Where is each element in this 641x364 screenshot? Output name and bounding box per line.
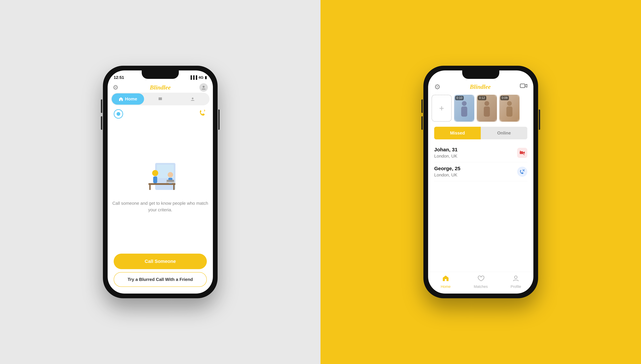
action-bar <box>108 105 213 121</box>
call-name-2: George, 25 <box>434 166 460 172</box>
svg-point-3 <box>161 98 161 99</box>
story-thumb-1[interactable]: 0:10 <box>454 95 474 122</box>
right-panel: ⚙ Blindlee + <box>320 0 641 364</box>
blurred-call-button[interactable]: Try a Blurred Call With a Friend <box>114 272 207 287</box>
svg-point-4 <box>192 98 193 99</box>
illustration-svg <box>135 158 186 195</box>
target-icon[interactable] <box>114 109 123 119</box>
story-time-3: 0:09 <box>500 96 509 100</box>
profile-avatar-icon[interactable] <box>199 83 208 92</box>
left-panel: 12:51 ▐▐▐ 4G ▮ ⚙ Blindlee <box>0 0 320 364</box>
right-app-title: Blindlee <box>470 83 491 90</box>
filter-tabs: Missed Online <box>434 127 527 139</box>
story-time-1: 0:10 <box>455 96 464 100</box>
svg-point-10 <box>152 170 158 176</box>
svg-point-1 <box>159 98 160 99</box>
svg-rect-22 <box>506 106 512 116</box>
network-type: 4G <box>199 75 203 80</box>
main-tab-bar: Home <box>111 93 209 105</box>
tab-home[interactable]: Home <box>112 93 144 105</box>
story-thumb-2[interactable]: 0:12 <box>477 95 497 122</box>
phone-call-icon[interactable] <box>198 109 207 119</box>
phone-right: ⚙ Blindlee + <box>423 66 538 298</box>
add-story-icon: + <box>439 103 444 113</box>
right-nav-bar: ⚙ Blindlee <box>428 80 533 93</box>
home-tab-icon <box>442 275 449 284</box>
svg-rect-18 <box>461 106 467 116</box>
bottom-tab-matches[interactable]: Matches <box>463 275 498 289</box>
power-button-r <box>539 110 540 130</box>
svg-rect-9 <box>173 185 175 190</box>
call-item-2[interactable]: George, 25 London, UK <box>434 162 527 181</box>
volume-up-button-r <box>421 100 423 113</box>
matches-tab-icon <box>477 275 484 284</box>
tab-messages[interactable] <box>144 93 176 105</box>
add-story-thumb[interactable]: + <box>432 95 452 122</box>
bottom-tab-matches-label: Matches <box>474 284 488 289</box>
profile-tab-icon <box>512 275 519 284</box>
tab-home-label: Home <box>125 96 137 102</box>
right-video-icon[interactable] <box>520 82 527 91</box>
bottom-tab-profile[interactable]: Profile <box>498 275 533 289</box>
svg-point-27 <box>514 276 517 278</box>
stories-row: + 0:10 <box>428 93 533 125</box>
filter-missed-tab[interactable]: Missed <box>434 127 481 139</box>
phone-screen-left: 12:51 ▐▐▐ 4G ▮ ⚙ Blindlee <box>108 70 213 294</box>
story-thumb-3[interactable]: 0:09 <box>499 95 520 122</box>
power-button <box>218 110 220 130</box>
signal-bars-icon: ▐▐▐ <box>189 75 197 80</box>
svg-rect-15 <box>167 180 174 182</box>
svg-point-17 <box>462 101 467 106</box>
call-info-2: George, 25 London, UK <box>434 166 460 178</box>
svg-point-2 <box>160 98 161 99</box>
right-gear-icon[interactable]: ⚙ <box>434 83 441 91</box>
call-location-2: London, UK <box>434 172 460 178</box>
call-name-1: Johan, 31 <box>434 147 457 152</box>
svg-point-0 <box>203 86 205 88</box>
svg-rect-11 <box>153 176 157 183</box>
notch-left <box>142 70 179 79</box>
missed-icon-2[interactable] <box>517 167 527 177</box>
story-time-2: 0:12 <box>478 96 486 100</box>
illustration-area: Call someone and get to know people who … <box>108 121 213 250</box>
illustration-text: Call someone and get to know people who … <box>111 200 209 213</box>
app-title-left: Blindlee <box>150 84 171 91</box>
volume-down-button-r <box>421 116 423 130</box>
bottom-tab-bar: Home Matches <box>428 272 533 294</box>
left-nav-bar: ⚙ Blindlee <box>108 82 213 93</box>
target-inner <box>117 112 120 116</box>
svg-point-12 <box>168 172 173 178</box>
call-list: Johan, 31 London, UK <box>428 144 533 208</box>
battery-icon: ▮ <box>205 75 207 80</box>
bottom-tab-home-label: Home <box>441 284 451 289</box>
content-spacer <box>428 208 533 272</box>
notch-right <box>462 70 499 79</box>
tab-profile[interactable] <box>176 93 209 105</box>
call-item-1[interactable]: Johan, 31 London, UK <box>434 144 527 162</box>
call-location-1: London, UK <box>434 154 457 159</box>
settings-gear-icon[interactable]: ⚙ <box>113 84 118 91</box>
call-someone-button[interactable]: Call Someone <box>114 254 207 269</box>
video-missed-icon-1[interactable] <box>517 148 527 158</box>
bottom-tab-home[interactable]: Home <box>428 275 463 289</box>
volume-up-button <box>101 100 102 113</box>
call-info-1: Johan, 31 London, UK <box>434 147 457 159</box>
svg-rect-16 <box>520 84 525 88</box>
status-icons: ▐▐▐ 4G ▮ <box>189 75 207 80</box>
time-display: 12:51 <box>114 75 124 80</box>
svg-point-21 <box>507 101 512 106</box>
svg-point-19 <box>484 101 489 106</box>
filter-online-tab[interactable]: Online <box>481 127 527 139</box>
svg-rect-20 <box>484 106 490 116</box>
phone-left: 12:51 ▐▐▐ 4G ▮ ⚙ Blindlee <box>103 66 218 298</box>
bottom-tab-profile-label: Profile <box>511 284 521 289</box>
svg-rect-8 <box>149 185 151 190</box>
volume-down-button <box>101 116 102 130</box>
phone-screen-right: ⚙ Blindlee + <box>428 70 533 294</box>
